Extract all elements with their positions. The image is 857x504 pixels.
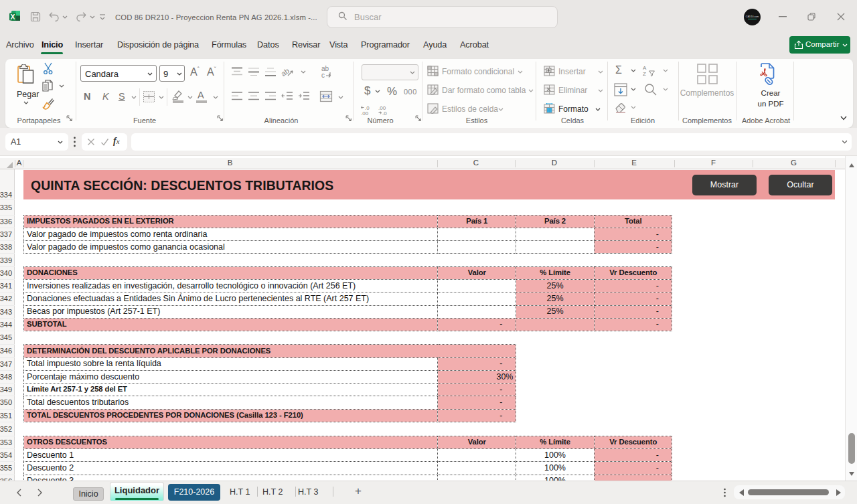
svg-text:X: X (10, 13, 15, 21)
svg-text:Z: Z (643, 71, 646, 76)
svg-text:c: c (321, 72, 325, 79)
svg-text:.00: .00 (361, 110, 369, 116)
svg-text:CAD10.com: CAD10.com (746, 15, 759, 18)
svg-text:A: A (643, 65, 647, 71)
svg-text:.0: .0 (382, 110, 387, 116)
svg-text:ab: ab (281, 66, 291, 78)
